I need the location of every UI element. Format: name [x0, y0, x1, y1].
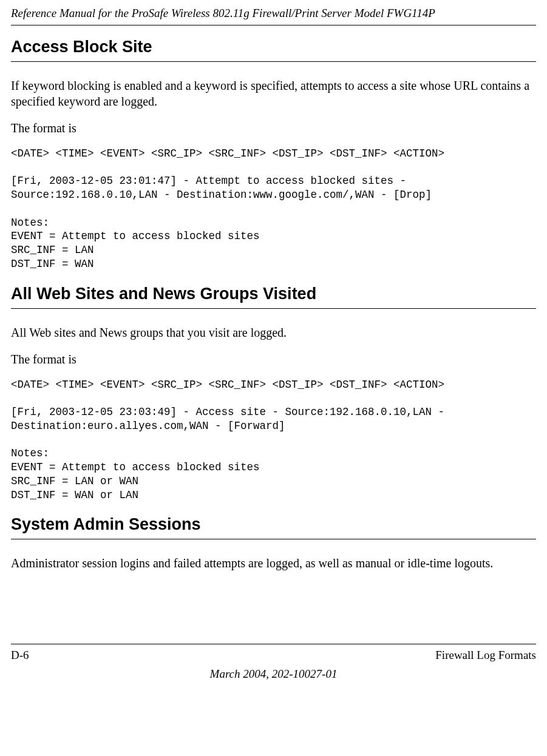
section-heading-web-sites-visited: All Web Sites and News Groups Visited: [11, 283, 536, 305]
footer-section-title: Firewall Log Formats: [435, 648, 536, 663]
section-rule: [11, 61, 536, 62]
section-rule: [11, 308, 536, 309]
body-paragraph: The format is: [11, 120, 536, 136]
body-paragraph: All Web sites and News groups that you v…: [11, 325, 536, 340]
section-heading-access-block-site: Access Block Site: [11, 36, 536, 58]
page-footer: D-6 Firewall Log Formats March 2004, 202…: [11, 644, 536, 681]
header-rule: [11, 25, 536, 25]
footer-rule: [11, 644, 536, 644]
body-paragraph: Administrator session logins and failed …: [11, 555, 536, 571]
running-header: Reference Manual for the ProSafe Wireles…: [11, 0, 536, 25]
section-rule: [11, 539, 536, 539]
section-heading-system-admin-sessions: System Admin Sessions: [11, 514, 536, 535]
footer-page-number: D-6: [11, 648, 29, 663]
body-paragraph: The format is: [11, 351, 536, 367]
code-block: <DATE> <TIME> <EVENT> <SRC_IP> <SRC_INF>…: [11, 147, 536, 271]
footer-doc-info: March 2004, 202-10027-01: [11, 667, 536, 682]
code-block: <DATE> <TIME> <EVENT> <SRC_IP> <SRC_INF>…: [11, 378, 536, 502]
body-paragraph: If keyword blocking is enabled and a key…: [11, 78, 536, 109]
